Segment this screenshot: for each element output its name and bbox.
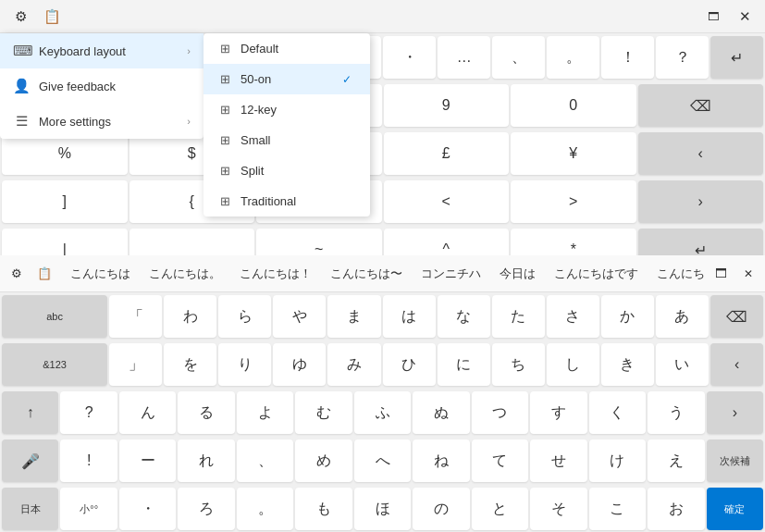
key-ke[interactable]: け bbox=[589, 439, 646, 482]
key-me[interactable]: め bbox=[295, 439, 352, 482]
key-he[interactable]: へ bbox=[354, 439, 411, 482]
key-ma[interactable]: ま bbox=[327, 295, 380, 338]
suggestion-2[interactable]: こんにちは。 bbox=[140, 262, 230, 286]
key-right-arrow[interactable]: › bbox=[638, 180, 764, 223]
key-dot[interactable]: ・ bbox=[383, 36, 436, 79]
key-ta[interactable]: た bbox=[492, 295, 545, 338]
key-0[interactable]: 0 bbox=[511, 84, 636, 127]
key-gt[interactable]: > bbox=[511, 180, 636, 223]
key-right-arr-lower[interactable]: › bbox=[707, 391, 763, 434]
key-exclaim-lower[interactable]: ! bbox=[60, 439, 117, 482]
key-ellipsis[interactable]: … bbox=[438, 36, 490, 79]
key-comma-j[interactable]: 、 bbox=[237, 439, 293, 482]
submenu-split[interactable]: ⊞ Split bbox=[204, 155, 370, 186]
key-comma[interactable]: 、 bbox=[492, 36, 545, 79]
suggestion-4[interactable]: こんにちは〜 bbox=[321, 262, 412, 286]
key-u[interactable]: う bbox=[648, 391, 704, 434]
suggestion-7[interactable]: こんにちはです bbox=[545, 262, 648, 286]
submenu-traditional[interactable]: ⊞ Traditional bbox=[204, 186, 370, 217]
key-dash-long[interactable]: ー bbox=[119, 439, 176, 482]
key-ka[interactable]: か bbox=[601, 295, 654, 338]
key-small-mark[interactable]: 小°° bbox=[60, 488, 117, 530]
key-tsu[interactable]: つ bbox=[472, 391, 528, 434]
key-question[interactable]: ？ bbox=[656, 36, 709, 79]
key-su[interactable]: す bbox=[530, 391, 586, 434]
key-hi[interactable]: ひ bbox=[383, 343, 436, 386]
key-period[interactable]: 。 bbox=[547, 36, 599, 79]
key-ra[interactable]: ら bbox=[218, 295, 271, 338]
key-confirm[interactable]: 確定 bbox=[707, 488, 763, 530]
key-wo[interactable]: を bbox=[164, 343, 216, 386]
key-lbracket-j[interactable]: 「 bbox=[109, 295, 162, 338]
key-nu[interactable]: ぬ bbox=[413, 391, 469, 434]
menu-more-settings[interactable]: ☰ More settings › bbox=[0, 104, 204, 139]
key-ho[interactable]: ほ bbox=[354, 488, 411, 530]
key-mo[interactable]: も bbox=[295, 488, 352, 530]
key-ku[interactable]: く bbox=[589, 391, 646, 434]
restore-button[interactable]: 🗖 bbox=[700, 4, 726, 30]
key-question-lower[interactable]: ? bbox=[60, 391, 117, 434]
key-wa[interactable]: わ bbox=[164, 295, 216, 338]
key-so[interactable]: そ bbox=[530, 488, 586, 530]
key-to[interactable]: と bbox=[472, 488, 528, 530]
key-left-arrow[interactable]: ‹ bbox=[638, 132, 764, 175]
key-na[interactable]: な bbox=[438, 295, 490, 338]
key-no[interactable]: の bbox=[413, 488, 469, 530]
key-re[interactable]: れ bbox=[178, 439, 234, 482]
key-rb[interactable]: ] bbox=[2, 180, 128, 223]
key-ni[interactable]: に bbox=[438, 343, 490, 386]
key-up-lower[interactable]: ↑ bbox=[2, 391, 58, 434]
key-yen[interactable]: ¥ bbox=[511, 132, 636, 175]
key-123[interactable]: &123 bbox=[2, 343, 107, 386]
submenu-50on[interactable]: ⊞ 50-on ✓ bbox=[204, 64, 370, 94]
key-pound[interactable]: £ bbox=[384, 132, 510, 175]
key-ro[interactable]: ろ bbox=[178, 488, 234, 530]
key-e[interactable]: え bbox=[648, 439, 704, 482]
key-sa[interactable]: さ bbox=[547, 295, 599, 338]
submenu-default[interactable]: ⊞ Default bbox=[204, 33, 370, 64]
suggestion-5[interactable]: コンニチハ bbox=[412, 262, 490, 286]
close-button[interactable]: ✕ bbox=[732, 4, 758, 30]
expand-icon[interactable]: 🗖 bbox=[708, 261, 734, 287]
menu-give-feedback[interactable]: 👤 Give feedback bbox=[0, 68, 204, 104]
key-fu[interactable]: ふ bbox=[354, 391, 411, 434]
key-yo[interactable]: よ bbox=[237, 391, 293, 434]
key-shi[interactable]: し bbox=[547, 343, 599, 386]
key-ru[interactable]: る bbox=[178, 391, 234, 434]
key-bksp-lower[interactable]: ⌫ bbox=[710, 295, 763, 338]
key-chi[interactable]: ち bbox=[492, 343, 545, 386]
key-9[interactable]: 9 bbox=[384, 84, 510, 127]
key-mu[interactable]: む bbox=[295, 391, 352, 434]
clipboard-icon-small[interactable]: 📋 bbox=[31, 261, 57, 287]
key-abc[interactable]: abc bbox=[2, 295, 107, 338]
key-exclaim[interactable]: ！ bbox=[601, 36, 654, 79]
key-backspace[interactable]: ⌫ bbox=[638, 84, 764, 127]
key-mi[interactable]: み bbox=[327, 343, 380, 386]
key-period-j[interactable]: 。 bbox=[237, 488, 293, 530]
key-ko[interactable]: こ bbox=[589, 488, 646, 530]
key-ki[interactable]: き bbox=[601, 343, 654, 386]
key-ya[interactable]: や bbox=[273, 295, 326, 338]
suggestion-8[interactable]: こんにちは〜 bbox=[648, 262, 704, 286]
suggestion-1[interactable]: こんにちは bbox=[61, 262, 140, 286]
key-nihongo[interactable]: 日本 bbox=[2, 488, 58, 530]
key-middle-dot[interactable]: ・ bbox=[119, 488, 176, 530]
key-rbracket-j[interactable]: 」 bbox=[109, 343, 162, 386]
settings-button[interactable]: ⚙ bbox=[7, 4, 33, 30]
key-ri[interactable]: り bbox=[218, 343, 271, 386]
suggestion-3[interactable]: こんにちは！ bbox=[230, 262, 321, 286]
key-yu[interactable]: ゆ bbox=[273, 343, 326, 386]
key-lt[interactable]: < bbox=[384, 180, 510, 223]
key-a[interactable]: あ bbox=[656, 295, 709, 338]
submenu-small[interactable]: ⊞ Small bbox=[204, 125, 370, 155]
menu-keyboard-layout[interactable]: ⌨ Keyboard layout › bbox=[0, 33, 204, 68]
key-left-arr-lower[interactable]: ‹ bbox=[710, 343, 763, 386]
key-next-candidate[interactable]: 次候補 bbox=[707, 439, 763, 482]
key-o[interactable]: お bbox=[648, 488, 704, 530]
key-mic[interactable]: 🎤 bbox=[2, 439, 58, 482]
submenu-12key[interactable]: ⊞ 12-key bbox=[204, 94, 370, 125]
clipboard-button[interactable]: 📋 bbox=[39, 4, 65, 30]
close-suggestions-icon[interactable]: ✕ bbox=[735, 261, 761, 287]
key-se[interactable]: せ bbox=[530, 439, 586, 482]
settings-icon-small[interactable]: ⚙ bbox=[4, 261, 30, 287]
